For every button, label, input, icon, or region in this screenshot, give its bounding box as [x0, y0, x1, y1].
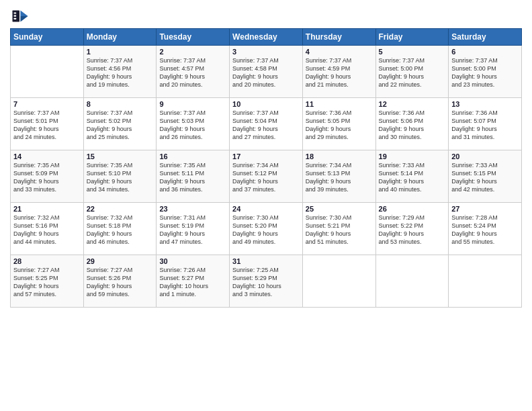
day-info: Sunrise: 7:27 AM Sunset: 5:26 PM Dayligh…: [87, 266, 154, 299]
day-number: 6: [451, 48, 519, 56]
svg-rect-6: [14, 18, 17, 19]
calendar-week-row: 21Sunrise: 7:32 AM Sunset: 5:16 PM Dayli…: [11, 203, 522, 255]
day-number: 10: [232, 100, 300, 108]
calendar-cell: 10Sunrise: 7:37 AM Sunset: 5:04 PM Dayli…: [230, 98, 303, 150]
weekday-header-tuesday: Tuesday: [157, 29, 230, 46]
calendar-cell: 13Sunrise: 7:36 AM Sunset: 5:07 PM Dayli…: [449, 98, 522, 150]
calendar-cell: 29Sunrise: 7:27 AM Sunset: 5:26 PM Dayli…: [83, 255, 157, 308]
calendar-cell: 22Sunrise: 7:32 AM Sunset: 5:18 PM Dayli…: [83, 203, 157, 255]
day-number: 14: [13, 152, 81, 161]
weekday-header-saturday: Saturday: [449, 29, 522, 46]
day-number: 2: [159, 48, 226, 56]
weekday-header-friday: Friday: [375, 29, 449, 46]
day-info: Sunrise: 7:37 AM Sunset: 4:59 PM Dayligh…: [306, 56, 373, 89]
calendar-cell: [449, 255, 522, 308]
day-info: Sunrise: 7:37 AM Sunset: 4:56 PM Dayligh…: [87, 56, 154, 89]
day-number: 8: [87, 100, 154, 108]
calendar-cell: 24Sunrise: 7:30 AM Sunset: 5:20 PM Dayli…: [230, 203, 303, 255]
calendar-cell: 23Sunrise: 7:31 AM Sunset: 5:19 PM Dayli…: [157, 203, 230, 255]
calendar-cell: 9Sunrise: 7:37 AM Sunset: 5:03 PM Daylig…: [157, 98, 230, 150]
day-info: Sunrise: 7:25 AM Sunset: 5:29 PM Dayligh…: [232, 266, 300, 299]
day-info: Sunrise: 7:32 AM Sunset: 5:16 PM Dayligh…: [13, 214, 81, 246]
day-number: 3: [232, 48, 300, 56]
calendar-cell: 27Sunrise: 7:28 AM Sunset: 5:24 PM Dayli…: [449, 203, 522, 255]
calendar-cell: 12Sunrise: 7:36 AM Sunset: 5:06 PM Dayli…: [375, 98, 449, 150]
calendar-cell: 2Sunrise: 7:37 AM Sunset: 4:57 PM Daylig…: [157, 46, 230, 98]
calendar-cell: [11, 46, 84, 98]
calendar-cell: 7Sunrise: 7:37 AM Sunset: 5:01 PM Daylig…: [11, 98, 84, 150]
calendar-cell: 15Sunrise: 7:35 AM Sunset: 5:10 PM Dayli…: [83, 150, 157, 203]
day-info: Sunrise: 7:37 AM Sunset: 4:57 PM Dayligh…: [159, 56, 226, 89]
weekday-header-monday: Monday: [83, 29, 157, 46]
day-number: 26: [379, 205, 446, 213]
day-number: 11: [306, 100, 373, 108]
calendar-cell: 25Sunrise: 7:30 AM Sunset: 5:21 PM Dayli…: [302, 203, 375, 255]
day-number: 29: [87, 257, 154, 265]
day-number: 13: [451, 100, 519, 108]
day-info: Sunrise: 7:37 AM Sunset: 5:00 PM Dayligh…: [379, 56, 446, 89]
calendar-cell: 8Sunrise: 7:37 AM Sunset: 5:02 PM Daylig…: [83, 98, 157, 150]
day-number: 19: [379, 152, 446, 161]
day-info: Sunrise: 7:37 AM Sunset: 5:00 PM Dayligh…: [451, 56, 519, 89]
header: [10, 7, 522, 26]
day-number: 31: [232, 257, 300, 265]
calendar-week-row: 14Sunrise: 7:35 AM Sunset: 5:09 PM Dayli…: [11, 150, 522, 203]
calendar-cell: 30Sunrise: 7:26 AM Sunset: 5:27 PM Dayli…: [157, 255, 230, 308]
day-number: 18: [306, 152, 373, 161]
day-info: Sunrise: 7:37 AM Sunset: 4:58 PM Dayligh…: [232, 56, 300, 89]
day-info: Sunrise: 7:35 AM Sunset: 5:11 PM Dayligh…: [159, 161, 226, 194]
day-info: Sunrise: 7:36 AM Sunset: 5:05 PM Dayligh…: [306, 109, 373, 142]
day-number: 17: [232, 152, 300, 161]
svg-rect-5: [14, 15, 17, 17]
logo-icon: [10, 7, 29, 26]
day-info: Sunrise: 7:37 AM Sunset: 5:03 PM Dayligh…: [159, 109, 226, 142]
calendar-cell: [302, 255, 375, 308]
day-info: Sunrise: 7:36 AM Sunset: 5:06 PM Dayligh…: [379, 109, 446, 142]
calendar-cell: [375, 255, 449, 308]
day-number: 7: [13, 100, 81, 108]
calendar-cell: 19Sunrise: 7:33 AM Sunset: 5:14 PM Dayli…: [375, 150, 449, 203]
day-number: 4: [306, 48, 373, 56]
day-number: 25: [306, 205, 373, 213]
calendar-cell: 26Sunrise: 7:29 AM Sunset: 5:22 PM Dayli…: [375, 203, 449, 255]
calendar-cell: 17Sunrise: 7:34 AM Sunset: 5:12 PM Dayli…: [230, 150, 303, 203]
day-number: 9: [159, 100, 226, 108]
calendar-cell: 3Sunrise: 7:37 AM Sunset: 4:58 PM Daylig…: [230, 46, 303, 98]
day-number: 22: [87, 205, 154, 213]
calendar-cell: 18Sunrise: 7:34 AM Sunset: 5:13 PM Dayli…: [302, 150, 375, 203]
day-info: Sunrise: 7:37 AM Sunset: 5:04 PM Dayligh…: [232, 109, 300, 142]
day-info: Sunrise: 7:30 AM Sunset: 5:21 PM Dayligh…: [306, 214, 373, 246]
day-info: Sunrise: 7:35 AM Sunset: 5:09 PM Dayligh…: [13, 161, 81, 194]
day-info: Sunrise: 7:30 AM Sunset: 5:20 PM Dayligh…: [232, 214, 300, 246]
calendar-cell: 14Sunrise: 7:35 AM Sunset: 5:09 PM Dayli…: [11, 150, 84, 203]
calendar-cell: 31Sunrise: 7:25 AM Sunset: 5:29 PM Dayli…: [230, 255, 303, 308]
day-info: Sunrise: 7:31 AM Sunset: 5:19 PM Dayligh…: [159, 214, 226, 246]
day-info: Sunrise: 7:33 AM Sunset: 5:15 PM Dayligh…: [451, 161, 519, 194]
day-number: 28: [13, 257, 81, 265]
calendar-week-row: 1Sunrise: 7:37 AM Sunset: 4:56 PM Daylig…: [11, 46, 522, 98]
day-number: 24: [232, 205, 300, 213]
logo: [10, 7, 32, 26]
calendar-cell: 20Sunrise: 7:33 AM Sunset: 5:15 PM Dayli…: [449, 150, 522, 203]
day-info: Sunrise: 7:37 AM Sunset: 5:02 PM Dayligh…: [87, 109, 154, 142]
page-container: SundayMondayTuesdayWednesdayThursdayFrid…: [0, 0, 532, 314]
calendar-week-row: 28Sunrise: 7:27 AM Sunset: 5:25 PM Dayli…: [11, 255, 522, 308]
calendar-week-row: 7Sunrise: 7:37 AM Sunset: 5:01 PM Daylig…: [11, 98, 522, 150]
day-number: 12: [379, 100, 446, 108]
day-number: 20: [451, 152, 519, 161]
day-info: Sunrise: 7:34 AM Sunset: 5:13 PM Dayligh…: [306, 161, 373, 194]
calendar-cell: 21Sunrise: 7:32 AM Sunset: 5:16 PM Dayli…: [11, 203, 84, 255]
day-info: Sunrise: 7:33 AM Sunset: 5:14 PM Dayligh…: [379, 161, 446, 194]
weekday-header-thursday: Thursday: [302, 29, 375, 46]
day-number: 16: [159, 152, 226, 161]
calendar-cell: 28Sunrise: 7:27 AM Sunset: 5:25 PM Dayli…: [11, 255, 84, 308]
weekday-header-sunday: Sunday: [11, 29, 84, 46]
day-info: Sunrise: 7:26 AM Sunset: 5:27 PM Dayligh…: [159, 266, 226, 299]
day-number: 23: [159, 205, 226, 213]
day-info: Sunrise: 7:36 AM Sunset: 5:07 PM Dayligh…: [451, 109, 519, 142]
svg-rect-4: [14, 12, 17, 13]
calendar-cell: 11Sunrise: 7:36 AM Sunset: 5:05 PM Dayli…: [302, 98, 375, 150]
calendar-cell: 1Sunrise: 7:37 AM Sunset: 4:56 PM Daylig…: [83, 46, 157, 98]
calendar-cell: 4Sunrise: 7:37 AM Sunset: 4:59 PM Daylig…: [302, 46, 375, 98]
day-number: 21: [13, 205, 81, 213]
